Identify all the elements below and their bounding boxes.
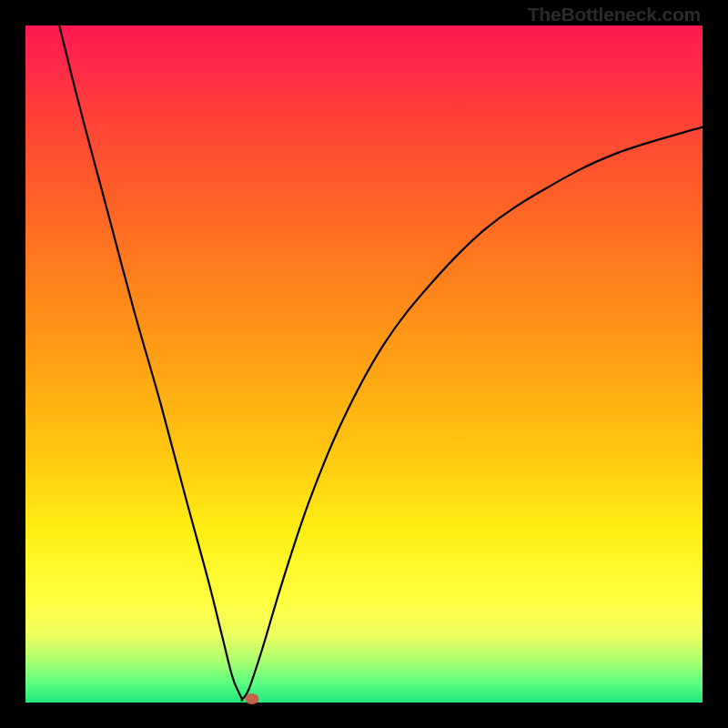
curve-layer	[25, 25, 703, 703]
optimal-point-marker	[246, 693, 259, 704]
plot-area	[25, 25, 703, 703]
bottleneck-curve	[59, 25, 703, 701]
chart-container: TheBottleneck.com	[0, 0, 728, 728]
watermark-text: TheBottleneck.com	[528, 4, 701, 25]
